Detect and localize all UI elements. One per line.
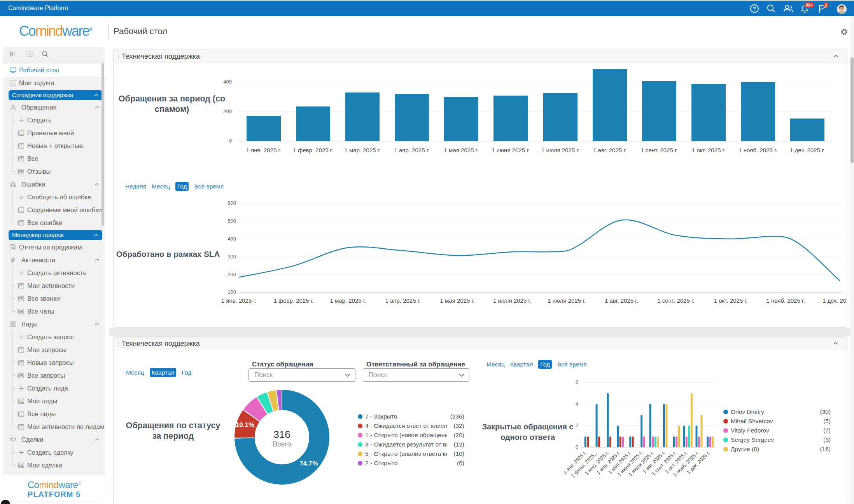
svg-text:1 окт. 2025 г.: 1 окт. 2025 г. <box>692 147 725 153</box>
svg-text:6: 6 <box>576 379 578 385</box>
svg-text:1 апр. 2025 г.: 1 апр. 2025 г. <box>394 147 430 153</box>
svg-text:1 февр. 2025 г.: 1 февр. 2025 г. <box>293 147 333 153</box>
svg-text:1 июня 2025 г.: 1 июня 2025 г. <box>493 297 531 304</box>
svg-text:400: 400 <box>223 79 232 85</box>
svg-text:1 июля 2025 г.: 1 июля 2025 г. <box>541 147 579 153</box>
svg-text:4: 4 <box>576 401 578 407</box>
svg-text:1 нояб. 2025 г.: 1 нояб. 2025 г. <box>766 297 805 304</box>
svg-text:10.1%: 10.1% <box>236 421 254 429</box>
svg-text:1 июня 2025 г.: 1 июня 2025 г. <box>492 147 530 153</box>
svg-text:1 нояб. 2025 г.: 1 нояб. 2025 г. <box>738 147 777 153</box>
svg-text:1 окт. 2025 г.: 1 окт. 2025 г. <box>714 297 747 304</box>
svg-text:316: 316 <box>273 429 290 440</box>
svg-text:600: 600 <box>228 200 236 206</box>
svg-text:0: 0 <box>576 444 578 450</box>
svg-text:1 мая 2025 г.: 1 мая 2025 г. <box>444 147 479 153</box>
svg-text:400: 400 <box>228 236 236 242</box>
svg-text:100: 100 <box>228 289 236 295</box>
svg-text:200: 200 <box>228 272 236 277</box>
svg-text:1 дек. 2025 г.: 1 дек. 2025 г. <box>790 147 825 153</box>
svg-text:1 мая 2025 г.: 1 мая 2025 г. <box>440 297 475 304</box>
svg-text:1 мар. 2025 г.: 1 мар. 2025 г. <box>344 147 380 153</box>
svg-text:0: 0 <box>229 138 232 144</box>
svg-text:200: 200 <box>223 108 232 114</box>
svg-text:74.7%: 74.7% <box>299 460 318 467</box>
svg-text:1 дек. 2025 г.: 1 дек. 2025 г. <box>822 297 847 304</box>
svg-text:1 янв. 2025 г.: 1 янв. 2025 г. <box>246 147 282 153</box>
svg-text:1 февр. 2025 г.: 1 февр. 2025 г. <box>273 297 313 304</box>
svg-text:1 авг. 2025 г.: 1 авг. 2025 г. <box>605 297 638 304</box>
svg-text:500: 500 <box>228 218 236 224</box>
svg-text:Всего: Всего <box>273 440 291 448</box>
svg-text:1 июля 2025 г.: 1 июля 2025 г. <box>548 297 586 304</box>
svg-text:1 сент. 2025 г.: 1 сент. 2025 г. <box>640 147 678 153</box>
svg-text:300: 300 <box>228 254 236 260</box>
svg-text:?: ? <box>753 5 756 12</box>
svg-text:1 сент. 2025 г.: 1 сент. 2025 г. <box>657 297 695 304</box>
svg-text:2: 2 <box>576 422 578 428</box>
svg-text:1 мар. 2025 г.: 1 мар. 2025 г. <box>330 297 366 304</box>
svg-text:1 авг. 2025 г.: 1 авг. 2025 г. <box>593 147 626 153</box>
svg-text:1 янв. 2025 г.: 1 янв. 2025 г. <box>221 297 257 304</box>
svg-text:1 апр. 2025 г.: 1 апр. 2025 г. <box>385 297 421 304</box>
